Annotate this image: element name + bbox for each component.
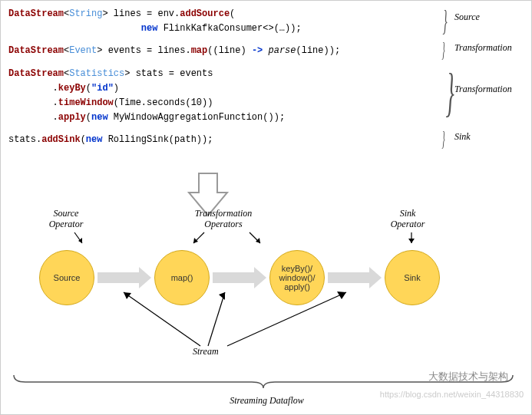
svg-marker-10: [124, 292, 131, 299]
arrow-icon: [116, 288, 208, 350]
flow-arrow-icon: [213, 271, 266, 285]
svg-marker-4: [193, 238, 198, 243]
label-source: Source: [454, 12, 480, 23]
arrow-icon: [71, 231, 87, 248]
svg-line-11: [208, 292, 225, 346]
arrow-icon: [223, 288, 354, 350]
arrow-icon: [404, 231, 419, 248]
node-source: Source: [39, 250, 94, 305]
brace-icon: }: [443, 4, 448, 38]
svg-line-13: [227, 292, 346, 346]
brace-icon: }: [445, 62, 454, 124]
brace-icon: }: [441, 38, 444, 62]
label-source-operator: Source Operator: [28, 208, 104, 230]
label-transformation-operators: Transformation Operators: [185, 208, 262, 230]
label-sink-operator: Sink Operator: [369, 208, 446, 230]
brace-icon: }: [441, 127, 444, 151]
svg-marker-8: [408, 239, 415, 243]
flow-arrow-icon: [328, 271, 382, 285]
label-transformation: Transformation: [454, 84, 512, 95]
node-sink: Sink: [385, 250, 440, 305]
watermark-url: https://blog.csdn.net/weixin_44318830: [380, 390, 524, 399]
watermark-text: 大数据技术与架构: [428, 370, 508, 384]
dataflow-diagram: Source Operator Transformation Operators…: [31, 231, 500, 384]
flow-arrow-icon: [97, 271, 151, 285]
code-line-3: DataStream<Event> events = lines.map((li…: [8, 44, 524, 58]
label-sink: Sink: [454, 131, 471, 143]
svg-marker-6: [256, 238, 260, 243]
arrow-icon: [246, 231, 266, 248]
arrow-icon: [189, 231, 209, 248]
code-line-8: stats.addSink(new RollingSink(path));: [8, 133, 524, 147]
label-transformation: Transformation: [454, 42, 512, 54]
svg-line-9: [124, 292, 200, 346]
